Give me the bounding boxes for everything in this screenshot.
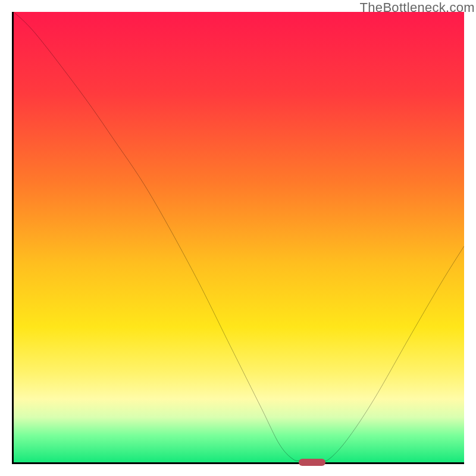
plot-area [12,12,464,464]
bottleneck-curve [14,12,464,461]
optimal-range-marker [299,459,326,466]
curve-layer [14,12,464,462]
chart-wrapper: TheBottleneck.com [0,0,476,476]
